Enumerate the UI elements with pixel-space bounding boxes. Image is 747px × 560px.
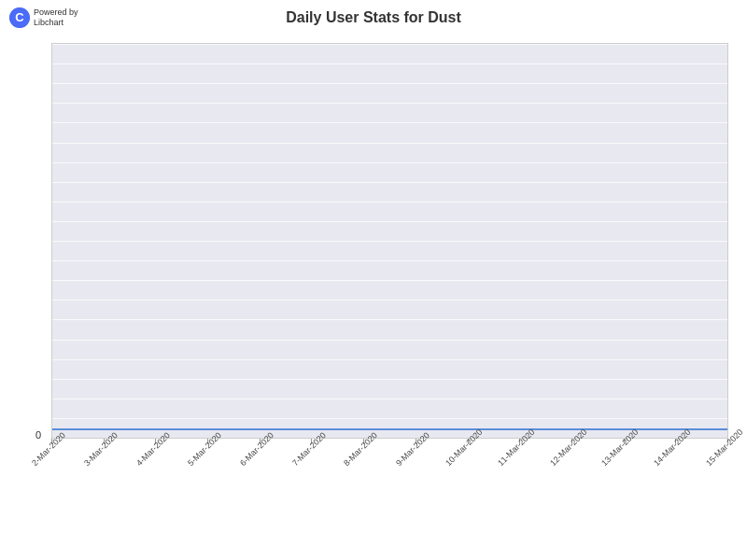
chart-title: Daily User Stats for Dust <box>0 0 747 31</box>
x-tick: 14-Mar-2020 <box>675 439 676 457</box>
x-tick: 15-Mar-2020 <box>727 439 728 457</box>
grid-line <box>52 359 727 360</box>
y-axis-zero: 0 <box>35 429 41 441</box>
powered-by-text: Powered by Libchart <box>34 7 78 28</box>
grid-line <box>52 319 727 320</box>
grid-line <box>52 260 727 261</box>
x-tick: 6-Mar-2020 <box>260 439 261 457</box>
grid-line <box>52 280 727 281</box>
x-tick: 7-Mar-2020 <box>311 439 312 457</box>
x-tick: 4-Mar-2020 <box>155 439 156 457</box>
x-tick: 11-Mar-2020 <box>519 439 520 457</box>
grid-line <box>52 300 727 301</box>
grid-line <box>52 418 727 419</box>
x-tick: 9-Mar-2020 <box>416 439 416 457</box>
x-tick: 12-Mar-2020 <box>571 439 572 457</box>
x-tick: 5-Mar-2020 <box>207 439 208 457</box>
x-tick: 10-Mar-2020 <box>468 439 469 457</box>
grid-line <box>52 399 727 399</box>
chart-plot-area <box>51 43 728 439</box>
grid-line <box>52 44 727 45</box>
powered-by: C Powered by Libchart <box>9 7 78 28</box>
grid-line <box>52 83 727 84</box>
grid-line <box>52 143 727 144</box>
data-line <box>52 428 727 430</box>
grid-line <box>52 202 727 203</box>
grid-line <box>52 340 727 341</box>
grid-line <box>52 221 727 222</box>
svg-text:C: C <box>15 10 24 24</box>
grid-line <box>52 379 727 380</box>
x-axis: 2-Mar-20203-Mar-20204-Mar-20205-Mar-2020… <box>51 439 728 551</box>
grid-line <box>52 182 727 183</box>
grid-line <box>52 122 727 123</box>
grid-lines <box>52 44 727 438</box>
x-tick: 2-Mar-2020 <box>51 439 52 457</box>
grid-line <box>52 241 727 242</box>
x-tick: 3-Mar-2020 <box>104 439 105 457</box>
grid-line <box>52 162 727 163</box>
chart-container: C Powered by Libchart Daily User Stats f… <box>0 0 747 560</box>
x-tick: 13-Mar-2020 <box>624 439 625 457</box>
libchart-logo: C <box>9 7 30 28</box>
grid-line <box>52 103 727 104</box>
x-tick: 8-Mar-2020 <box>363 439 364 457</box>
grid-line <box>52 63 727 64</box>
